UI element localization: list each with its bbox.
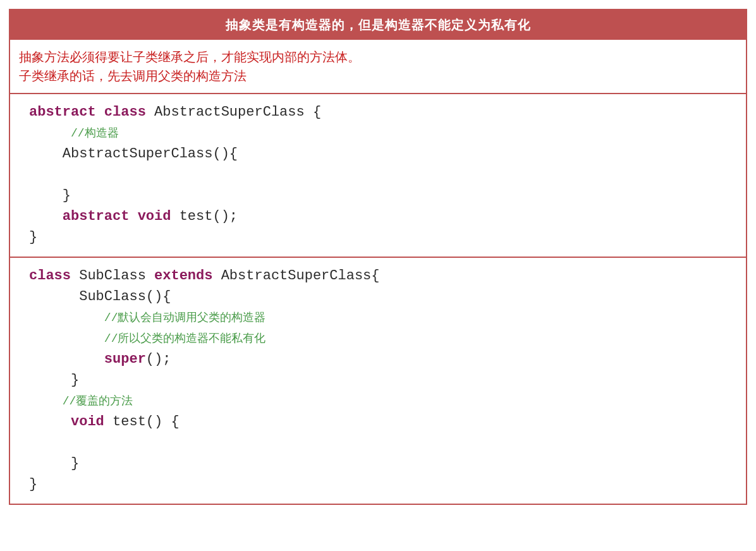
keyword-void-2: void <box>71 414 104 430</box>
keyword-void-1: void <box>138 209 171 224</box>
code-block-1: abstract class AbstractSuperClass { //构造… <box>10 94 746 258</box>
keyword-extends: extends <box>154 268 212 284</box>
keyword-abstract-2: abstract <box>63 209 130 224</box>
keyword-class-2: class <box>29 268 71 284</box>
description-line-1: 抽象方法必须得要让子类继承之后，才能实现内部的方法体。 <box>19 47 737 66</box>
constructor-2: SubClass(){ <box>79 289 171 305</box>
class-name-1: AbstractSuperClass { <box>146 104 321 120</box>
method-2: test() { <box>104 414 180 430</box>
close-brace-4: } <box>71 456 79 471</box>
super-keyword: super <box>104 351 146 367</box>
super-args: (); <box>146 351 171 367</box>
class-name-2: SubClass <box>71 268 154 284</box>
parent-class: AbstractSuperClass{ <box>212 268 379 284</box>
close-brace-3: } <box>71 372 79 388</box>
description-section: 抽象方法必须得要让子类继承之后，才能实现内部的方法体。 子类继承的话，先去调用父… <box>10 40 746 94</box>
close-brace-5: } <box>29 476 37 492</box>
method-1: test(); <box>171 209 238 224</box>
comment-override: //覆盖的方法 <box>63 395 133 408</box>
comment-auto-call: //默认会自动调用父类的构造器 <box>104 312 266 324</box>
close-brace-2: } <box>29 229 37 245</box>
comment-no-private: //所以父类的构造器不能私有化 <box>104 332 266 345</box>
header-title: 抽象类是有构造器的，但是构造器不能定义为私有化 <box>10 10 746 40</box>
title-text: 抽象类是有构造器的，但是构造器不能定义为私有化 <box>226 18 531 32</box>
close-brace-1: } <box>63 188 71 203</box>
comment-constructor: //构造器 <box>71 127 119 140</box>
code-block-2: class SubClass extends AbstractSuperClas… <box>10 258 746 504</box>
keyword-class: class <box>104 104 146 120</box>
description-line-2: 子类继承的话，先去调用父类的构造方法 <box>19 66 737 85</box>
document-container: 抽象类是有构造器的，但是构造器不能定义为私有化 抽象方法必须得要让子类继承之后，… <box>9 9 747 505</box>
keyword-abstract: abstract <box>29 104 96 120</box>
constructor-1: AbstractSuperClass(){ <box>63 146 238 162</box>
